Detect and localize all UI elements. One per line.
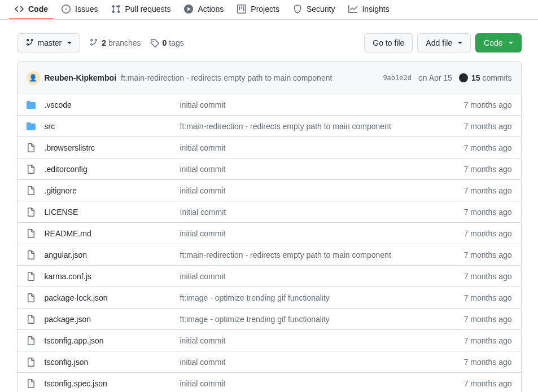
file-time: 7 months ago xyxy=(464,100,512,109)
file-time: 7 months ago xyxy=(464,379,512,388)
play-icon xyxy=(184,5,193,14)
tab-label: Issues xyxy=(75,5,98,14)
file-row: LICENSE Initial commit 7 months ago xyxy=(18,201,521,223)
tab-issues[interactable]: Issues xyxy=(56,0,103,19)
tab-label: Projects xyxy=(251,5,279,14)
tab-label: Actions xyxy=(198,5,224,14)
directory-icon xyxy=(27,100,36,109)
file-row: README.md initial commit 7 months ago xyxy=(18,223,521,244)
tab-code[interactable]: Code xyxy=(9,0,54,19)
file-time: 7 months ago xyxy=(464,208,512,217)
file-commit-message-link[interactable]: initial commit xyxy=(180,358,226,367)
tab-label: Pull requests xyxy=(125,5,170,14)
tab-pull-requests[interactable]: Pull requests xyxy=(106,0,176,19)
commit-date: on Apr 15 xyxy=(418,73,452,82)
file-name-link[interactable]: angular.json xyxy=(45,250,88,259)
file-icon xyxy=(27,186,36,195)
file-name-link[interactable]: LICENSE xyxy=(45,208,78,217)
file-commit-message-link[interactable]: initial commit xyxy=(180,229,226,238)
tags-link[interactable]: 0 tags xyxy=(150,38,184,47)
file-time: 7 months ago xyxy=(464,165,512,174)
file-commit-message-link[interactable]: initial commit xyxy=(180,336,226,345)
file-commit-message-link[interactable]: ft:image - optimize trending gif functio… xyxy=(180,315,330,324)
file-commit-message-link[interactable]: ft:main-redirection - redirects empty pa… xyxy=(180,250,391,259)
file-row: angular.json ft:main-redirection - redir… xyxy=(18,244,521,266)
file-icon xyxy=(27,229,36,238)
file-name-link[interactable]: karma.conf.js xyxy=(45,272,91,281)
file-commit-message-link[interactable]: Initial commit xyxy=(180,208,226,217)
code-download-button[interactable]: Code xyxy=(475,33,521,52)
file-name-link[interactable]: tsconfig.spec.json xyxy=(45,379,107,388)
commit-sha-link[interactable]: 9ab1e2d xyxy=(383,74,412,82)
tab-security[interactable]: Security xyxy=(287,0,341,19)
file-time: 7 months ago xyxy=(464,186,512,195)
file-commit-message-link[interactable]: initial commit xyxy=(180,272,226,281)
file-row: tsconfig.json initial commit 7 months ag… xyxy=(18,351,521,373)
file-row: package.json ft:image - optimize trendin… xyxy=(18,309,521,330)
commits-history-link[interactable]: 15 commits xyxy=(459,73,512,82)
file-row: .gitignore initial commit 7 months ago xyxy=(18,180,521,201)
file-commit-message-link[interactable]: ft:image - optimize trending gif functio… xyxy=(180,293,330,302)
directory-icon xyxy=(27,122,36,131)
tab-actions[interactable]: Actions xyxy=(178,0,229,19)
file-name-link[interactable]: tsconfig.app.json xyxy=(45,336,104,345)
graph-icon xyxy=(348,5,357,14)
file-icon xyxy=(27,143,36,152)
file-name-link[interactable]: package-lock.json xyxy=(45,293,108,302)
file-commit-message-link[interactable]: initial commit xyxy=(180,165,226,174)
file-row: .browserslistrc initial commit 7 months … xyxy=(18,137,521,158)
file-name-link[interactable]: tsconfig.json xyxy=(45,358,89,367)
go-to-file-button[interactable]: Go to file xyxy=(364,33,413,52)
file-commit-message-link[interactable]: ft:main-redirection - redirects empty pa… xyxy=(180,122,391,131)
avatar[interactable]: 👤 xyxy=(27,71,40,85)
issue-icon xyxy=(62,5,71,14)
shield-icon xyxy=(293,5,302,14)
file-name-link[interactable]: README.md xyxy=(45,229,91,238)
tab-label: Security xyxy=(307,5,335,14)
project-icon xyxy=(237,5,246,14)
file-name-link[interactable]: .editorconfig xyxy=(45,165,88,174)
tab-label: Code xyxy=(28,5,48,14)
file-commit-message-link[interactable]: initial commit xyxy=(180,143,226,152)
file-row: .editorconfig initial commit 7 months ag… xyxy=(18,158,521,180)
add-file-button[interactable]: Add file xyxy=(417,33,471,52)
history-icon xyxy=(459,73,468,82)
file-listing-box: 👤 Reuben-Kipkemboi ft:main-redirection -… xyxy=(17,61,522,392)
file-time: 7 months ago xyxy=(464,293,512,302)
file-time: 7 months ago xyxy=(464,122,512,131)
branches-link[interactable]: 2 branches xyxy=(89,38,141,47)
file-commit-message-link[interactable]: initial commit xyxy=(180,379,226,388)
caret-down-icon xyxy=(67,42,72,44)
caret-down-icon xyxy=(458,42,462,44)
branch-icon xyxy=(89,38,98,47)
tab-projects[interactable]: Projects xyxy=(231,0,285,19)
file-row: src ft:main-redirection - redirects empt… xyxy=(18,116,521,137)
file-time: 7 months ago xyxy=(464,315,512,324)
code-icon xyxy=(15,5,24,14)
file-row: karma.conf.js initial commit 7 months ag… xyxy=(18,266,521,287)
branch-select-button[interactable]: master xyxy=(17,33,81,52)
latest-commit-header: 👤 Reuben-Kipkemboi ft:main-redirection -… xyxy=(18,62,521,94)
tab-insights[interactable]: Insights xyxy=(343,0,395,19)
file-row: tsconfig.app.json initial commit 7 month… xyxy=(18,330,521,351)
file-name-link[interactable]: package.json xyxy=(45,315,91,324)
tag-icon xyxy=(150,38,159,47)
file-commit-message-link[interactable]: initial commit xyxy=(180,100,226,109)
commit-author-link[interactable]: Reuben-Kipkemboi xyxy=(45,73,117,82)
caret-down-icon xyxy=(509,42,513,44)
file-name-link[interactable]: .gitignore xyxy=(45,186,77,195)
file-commit-message-link[interactable]: initial commit xyxy=(180,186,226,195)
file-time: 7 months ago xyxy=(464,336,512,345)
file-time: 7 months ago xyxy=(464,229,512,238)
file-name-link[interactable]: src xyxy=(45,122,55,131)
file-name-link[interactable]: .browserslistrc xyxy=(45,143,95,152)
file-toolbar: master 2 branches 0 tags Go to file Add … xyxy=(17,33,522,52)
branch-name: master xyxy=(38,37,62,49)
file-icon xyxy=(27,336,36,345)
file-name-link[interactable]: .vscode xyxy=(45,100,72,109)
file-time: 7 months ago xyxy=(464,250,512,259)
repo-tabnav: CodeIssuesPull requestsActionsProjectsSe… xyxy=(0,0,538,20)
file-icon xyxy=(27,293,36,302)
commit-message-link[interactable]: ft:main-redirection - redirects empty pa… xyxy=(121,73,332,82)
file-row: .vscode initial commit 7 months ago xyxy=(18,94,521,116)
